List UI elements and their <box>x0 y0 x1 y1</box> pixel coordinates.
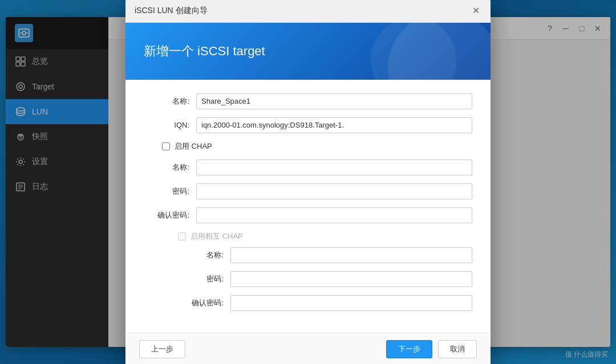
chap-password-input[interactable] <box>196 183 472 199</box>
chap-confirm-row: 确认密码: <box>144 207 472 223</box>
mutual-name-row: 名称: <box>144 247 472 263</box>
mutual-confirm-label: 确认密码: <box>178 298 224 308</box>
mutual-chap-checkbox[interactable] <box>178 232 186 240</box>
dialog-title: iSCSI LUN 创建向导 <box>135 6 208 16</box>
chap-checkbox[interactable] <box>162 142 170 150</box>
mutual-name-input[interactable] <box>230 247 472 263</box>
chap-checkbox-label: 启用 CHAP <box>175 141 212 152</box>
mutual-password-label: 密码: <box>178 274 224 284</box>
modal-backdrop: iSCSI LUN 创建向导 ✕ 新增一个 iSCSI target 名称: I… <box>0 0 616 364</box>
mutual-confirm-input[interactable] <box>230 295 472 311</box>
back-button[interactable]: 上一步 <box>139 340 185 358</box>
name-label: 名称: <box>144 96 189 107</box>
chap-name-label: 名称: <box>144 162 189 173</box>
chap-checkbox-row: 启用 CHAP <box>144 141 472 152</box>
iqn-input[interactable] <box>196 117 472 133</box>
footer-right-buttons: 下一步 取消 <box>386 340 477 358</box>
name-input[interactable] <box>196 93 472 109</box>
cancel-button[interactable]: 取消 <box>438 340 477 358</box>
chap-confirm-label: 确认密码: <box>144 210 189 220</box>
mutual-password-input[interactable] <box>230 271 472 287</box>
mutual-chap-checkbox-row: 启用相互 CHAP <box>144 231 472 242</box>
iqn-label: IQN: <box>144 121 189 129</box>
dialog-close-button[interactable]: ✕ <box>470 5 481 17</box>
chap-confirm-input[interactable] <box>196 207 472 223</box>
dialog-titlebar: iSCSI LUN 创建向导 ✕ <box>125 0 491 23</box>
chap-password-label: 密码: <box>144 186 189 197</box>
dialog: iSCSI LUN 创建向导 ✕ 新增一个 iSCSI target 名称: I… <box>125 0 491 364</box>
dialog-header: 新增一个 iSCSI target <box>125 23 491 80</box>
dialog-body: 名称: IQN: 启用 CHAP 名称: 密码: <box>125 80 491 333</box>
chap-name-input[interactable] <box>196 159 472 175</box>
dialog-header-title: 新增一个 iSCSI target <box>144 43 265 60</box>
iqn-row: IQN: <box>144 117 472 133</box>
dialog-footer: 上一步 下一步 取消 <box>125 333 491 365</box>
next-button[interactable]: 下一步 <box>386 340 432 358</box>
mutual-chap-label: 启用相互 CHAP <box>191 231 243 242</box>
chap-password-row: 密码: <box>144 183 472 199</box>
mutual-name-label: 名称: <box>178 250 224 260</box>
mutual-confirm-row: 确认密码: <box>144 295 472 311</box>
name-row: 名称: <box>144 93 472 109</box>
chap-name-row: 名称: <box>144 159 472 175</box>
mutual-password-row: 密码: <box>144 271 472 287</box>
